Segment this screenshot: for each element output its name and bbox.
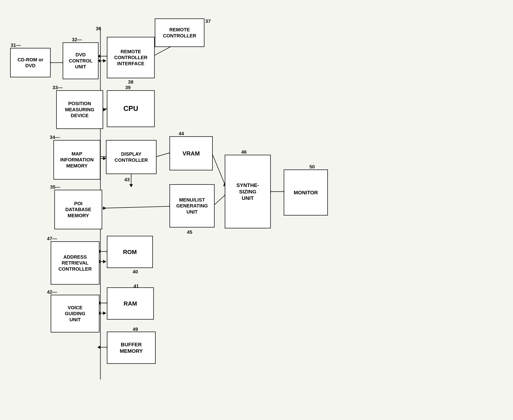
map-info-num: 34— [50,135,60,140]
menu-list-num: 45 [187,229,192,235]
position-measuring-num: 33— [52,85,63,90]
svg-marker-52 [97,345,100,349]
poi-db-num: 35— [50,184,60,190]
monitor-num: 50 [309,164,315,170]
svg-line-31 [103,206,170,208]
poi-db-box: POIDATABASEMEMORY [54,190,102,229]
svg-line-22 [156,153,170,157]
vram-box: VRAM [170,136,213,170]
menu-list-box: MENU/LISTGENERATINGUNIT [170,184,215,227]
map-info-box: MAPINFORMATIONMEMORY [53,140,100,180]
cpu-box: CPU [107,90,155,127]
svg-marker-8 [103,59,106,62]
position-measuring-box: POSITIONMEASURINGDEVICE [56,90,103,129]
buffer-memory-num: 49 [133,326,138,332]
svg-marker-36 [103,260,106,263]
address-retrieval-num: 47— [47,236,57,241]
ram-num: 41 [134,283,139,289]
diagram: CD-ROM or DVD 31— DVDCONTROLUNIT 32— REM… [0,0,513,420]
cd-rom-box: CD-ROM or DVD [10,48,51,77]
voice-guiding-box: VOICEGUIDINGUNIT [51,295,99,332]
svg-line-24 [212,153,225,184]
svg-line-33 [214,195,225,205]
remote-controller-interface-num: 38 [128,79,133,85]
svg-marker-11 [103,108,106,111]
svg-marker-27 [103,207,106,210]
svg-marker-30 [129,184,133,187]
synthesizing-box: SYNTHE-SIZINGUNIT [225,155,271,228]
remote-controller-box: REMOTECONTROLLER [155,18,204,47]
bus-num: 36 [96,26,101,31]
svg-marker-45 [103,312,106,315]
address-retrieval-box: ADDRESSRETRIEVALCONTROLLER [51,241,99,285]
remote-controller-num: 37 [205,18,211,24]
remote-controller-interface-box: REMOTECONTROLLERINTERFACE [107,37,155,78]
rom-box: ROM [107,236,153,268]
dvd-control-box: DVDCONTROLUNIT [63,42,98,79]
buffer-memory-box: BUFFERMEMORY [107,332,156,364]
display-controller-box: DISPLAYCONTROLLER [106,140,156,174]
ram-box: RAM [107,287,154,320]
cd-rom-num: 31— [11,42,21,48]
monitor-box: MONITOR [284,169,328,216]
voice-guiding-num: 42— [47,289,57,295]
synthesizing-num: 46 [241,149,247,155]
rom-num: 40 [133,269,138,275]
vram-num: 44 [179,131,184,136]
dvd-control-num: 32— [72,37,82,43]
svg-marker-17 [103,157,106,160]
cpu-num: 39 [125,85,131,90]
display-controller-num: 43 [124,177,130,183]
